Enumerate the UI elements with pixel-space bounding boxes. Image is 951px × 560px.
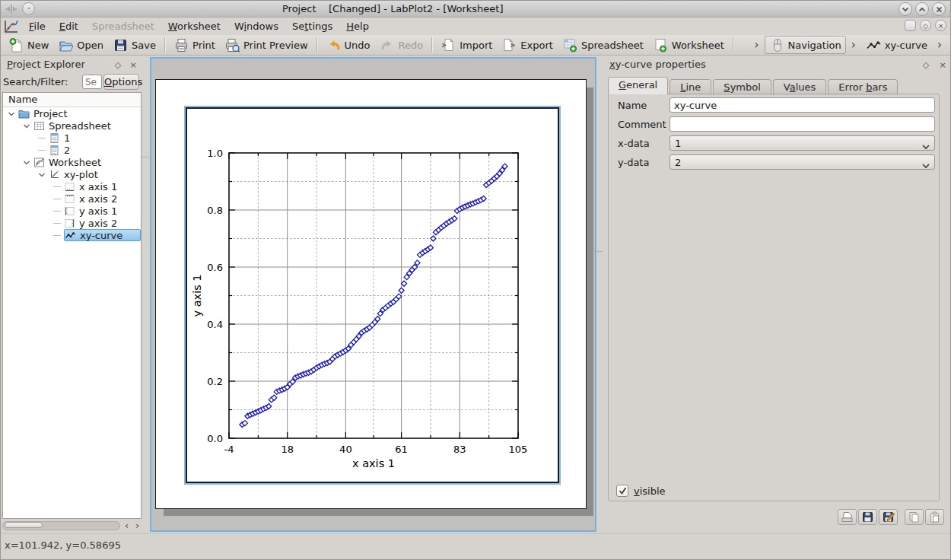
dock-close-icon[interactable]: × <box>127 60 139 71</box>
minimize-button[interactable] <box>899 2 912 16</box>
xy-plot-chart[interactable]: -4184061831050.00.20.40.60.81.0x axis 1y… <box>187 109 561 485</box>
import-button[interactable]: Import <box>436 36 497 54</box>
tree-item-y-axis-2[interactable]: y axis 2 <box>3 217 141 229</box>
comment-field[interactable] <box>670 116 935 132</box>
new-worksheet-button[interactable]: Worksheet <box>648 36 729 54</box>
tree-item-y-axis-1[interactable]: y axis 1 <box>3 205 141 217</box>
visible-checkbox[interactable] <box>616 485 628 497</box>
tab-general[interactable]: General <box>608 77 668 94</box>
tree-item-x-axis-2[interactable]: x axis 2 <box>3 192 141 205</box>
toolbar-overflow-icon[interactable]: › <box>846 37 861 53</box>
load-template-button[interactable] <box>838 509 857 525</box>
tree-column-header[interactable]: Name <box>3 93 141 107</box>
chevron-down-icon[interactable] <box>23 157 33 167</box>
tree-item-x-axis-1[interactable]: x axis 1 <box>3 180 141 192</box>
menu-bar: File Edit Spreadsheet Worksheet Windows … <box>1 18 950 35</box>
chevron-down-icon[interactable] <box>38 169 49 180</box>
worksheet-view[interactable]: -4184061831050.00.20.40.60.81.0x axis 1y… <box>150 57 596 532</box>
menu-edit[interactable]: Edit <box>52 19 85 33</box>
redo-label: Redo <box>399 40 424 51</box>
maximize-button[interactable] <box>915 2 929 16</box>
splitter-handle-right[interactable]: ⋮ <box>596 247 600 256</box>
save-button[interactable]: Save <box>108 36 161 54</box>
navigation-button[interactable]: Navigation <box>765 36 846 54</box>
menu-help[interactable]: Help <box>339 19 376 33</box>
tree-item-column-2[interactable]: 2 <box>3 144 141 156</box>
tree-item-label: x axis 2 <box>79 193 117 205</box>
undo-button[interactable]: Undo <box>321 36 375 54</box>
redo-button[interactable]: Redo <box>375 36 428 54</box>
properties-footer <box>602 509 951 527</box>
options-button[interactable]: Options <box>103 74 139 90</box>
menu-settings[interactable]: Settings <box>285 19 339 33</box>
curve-icon <box>65 230 76 241</box>
tree-item-worksheet[interactable]: Worksheet <box>3 156 141 168</box>
project-explorer-title: Project Explorer <box>7 59 85 70</box>
print-button[interactable]: Print <box>169 36 220 54</box>
plot-area[interactable]: -4184061831050.00.20.40.60.81.0x axis 1y… <box>186 107 559 483</box>
new-spreadsheet-button[interactable]: Spreadsheet <box>558 36 648 54</box>
project-explorer-panel: Project Explorer ◇ × Search/Filter: Opti… <box>1 56 145 533</box>
print-label: Print <box>192 40 215 51</box>
chevron-down-icon[interactable] <box>8 108 18 119</box>
svg-text:0.0: 0.0 <box>207 433 223 444</box>
tab-error-bars[interactable]: Error bars <box>828 79 898 95</box>
menu-windows[interactable]: Windows <box>227 19 285 33</box>
tab-values[interactable]: Values <box>773 79 826 95</box>
document-new-icon <box>8 37 24 53</box>
new-label: New <box>27 40 49 51</box>
tree-item-column-1[interactable]: 1 <box>3 132 141 144</box>
svg-text:83: 83 <box>453 444 466 455</box>
xy-curve-tool-button[interactable]: xy-curve <box>861 36 932 54</box>
x-data-select[interactable]: 1 <box>670 135 935 151</box>
visible-checkbox-row[interactable]: visible <box>616 485 666 497</box>
copy-button[interactable] <box>905 509 924 525</box>
mdi-minimize-button[interactable] <box>905 20 916 31</box>
document-open-icon <box>58 37 74 53</box>
svg-text:0.8: 0.8 <box>207 205 223 216</box>
worksheet-page[interactable]: -4184061831050.00.20.40.60.81.0x axis 1y… <box>155 79 587 509</box>
splitter-handle-left[interactable]: ⋮ <box>144 153 147 161</box>
undo-arrow-icon <box>326 37 342 53</box>
title-bar[interactable]: Project [Changed] - LabPlot2 - [Workshee… <box>1 1 950 18</box>
tab-symbol[interactable]: Symbol <box>713 79 771 95</box>
tree-item-xy-curve[interactable]: xy-curve <box>3 229 141 241</box>
export-button[interactable]: Export <box>497 36 558 54</box>
close-button[interactable] <box>932 2 946 16</box>
y-data-select[interactable]: 2 <box>670 154 935 170</box>
tree-item-xy-plot[interactable]: xy-plot <box>3 168 141 180</box>
dock-close-icon[interactable]: × <box>937 60 949 71</box>
save-as-template-button[interactable] <box>879 509 898 525</box>
menu-worksheet[interactable]: Worksheet <box>161 19 227 33</box>
scroll-right-icon[interactable]: › <box>132 520 142 531</box>
chevron-down-icon[interactable] <box>23 120 33 131</box>
open-button[interactable]: Open <box>53 36 108 54</box>
status-bar: x=101.942, y=0.58695 <box>1 533 950 560</box>
comment-label: Comment <box>612 119 663 130</box>
dock-float-icon[interactable]: ◇ <box>112 60 124 71</box>
axis-icon <box>64 218 75 229</box>
name-field[interactable] <box>670 97 935 113</box>
name-label: Name <box>612 100 663 111</box>
scrollbar-thumb[interactable] <box>5 522 43 528</box>
tree-item-project[interactable]: Project <box>3 107 141 119</box>
window-menu-button[interactable] <box>22 2 35 15</box>
new-button[interactable]: New <box>4 36 53 54</box>
scroll-left-icon[interactable]: ‹ <box>122 520 132 531</box>
toolbar-overflow-icon[interactable]: › <box>932 37 947 53</box>
mdi-restore-button[interactable]: ◇ <box>920 20 931 31</box>
toolbar-overflow-icon[interactable]: › <box>749 37 765 53</box>
horizontal-scrollbar[interactable]: ‹ › <box>2 520 142 531</box>
save-icon <box>113 37 129 53</box>
tree-item-spreadsheet[interactable]: Spreadsheet <box>3 119 141 132</box>
new-worksheet-label: Worksheet <box>672 40 724 51</box>
save-template-button[interactable] <box>858 509 877 525</box>
print-preview-button[interactable]: Print Preview <box>220 36 313 54</box>
tab-line[interactable]: Line <box>670 79 711 95</box>
menu-file[interactable]: File <box>22 19 52 33</box>
search-input[interactable] <box>82 75 102 89</box>
tree-item-label: 2 <box>64 145 70 156</box>
paste-button[interactable] <box>925 509 944 525</box>
dock-float-icon[interactable]: ◇ <box>920 60 932 71</box>
mdi-close-button[interactable]: × <box>935 20 946 31</box>
